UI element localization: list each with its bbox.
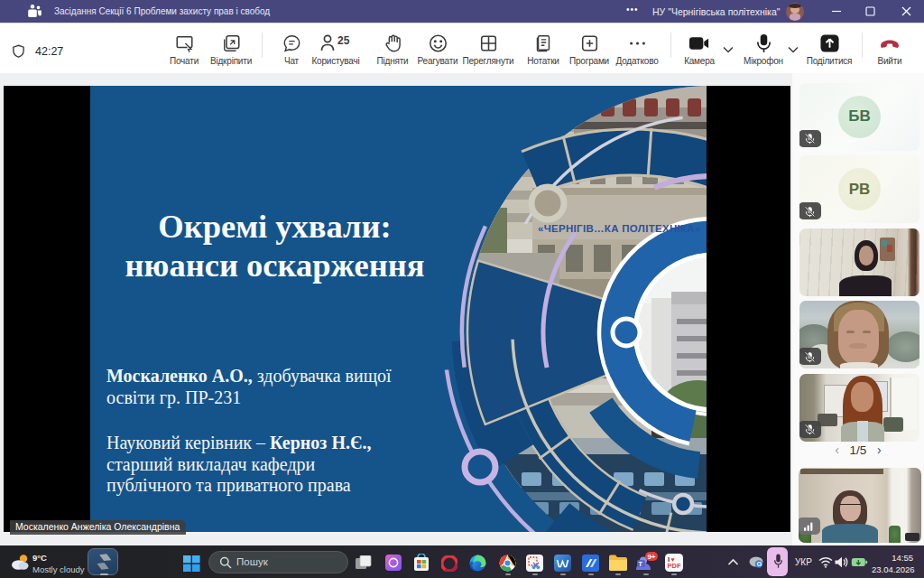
svg-text:G: G <box>757 560 762 568</box>
svg-text:25: 25 <box>337 34 350 47</box>
svg-text:PDF: PDF <box>668 562 681 570</box>
svg-text:T: T <box>639 561 643 567</box>
